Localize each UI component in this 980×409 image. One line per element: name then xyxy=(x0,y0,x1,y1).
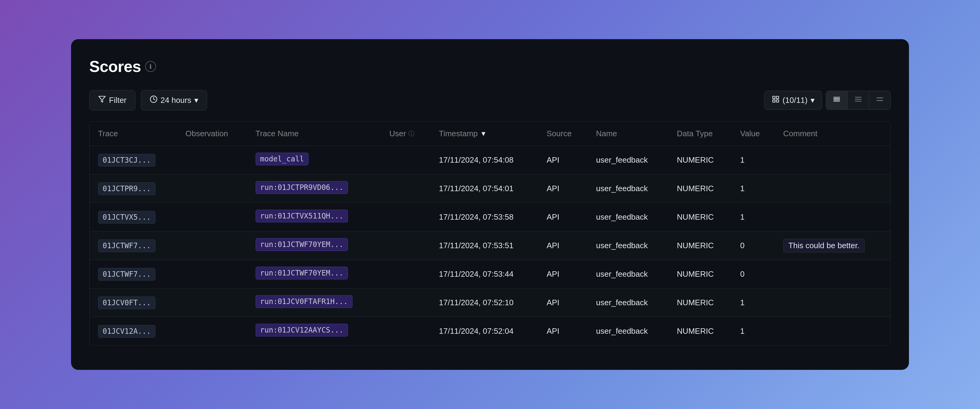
table-row[interactable]: 01JCV12A... run:01JCV12AAYCS... 17/11/20… xyxy=(89,317,891,346)
cell-data-type: NUMERIC xyxy=(668,203,732,231)
table-row[interactable]: 01JCTWF7... run:01JCTWF70YEM... 17/11/20… xyxy=(89,231,891,260)
cell-comment xyxy=(775,203,891,231)
cell-source: API xyxy=(538,231,588,260)
trace-name-badge[interactable]: model_call xyxy=(256,153,309,165)
view-compact-button[interactable] xyxy=(848,91,869,109)
table-header-row: Trace Observation Trace Name xyxy=(89,122,891,146)
cell-trace: 01JCTVX5... xyxy=(89,203,177,231)
cell-data-type: NUMERIC xyxy=(668,146,732,174)
cell-value: 1 xyxy=(732,146,775,174)
cell-source: API xyxy=(538,146,588,174)
col-name: Name xyxy=(587,122,668,146)
columns-chevron-icon: ▾ xyxy=(811,95,815,105)
cell-data-type: NUMERIC xyxy=(668,289,732,317)
cell-comment xyxy=(775,289,891,317)
cell-user xyxy=(381,146,430,174)
cell-value: 0 xyxy=(732,231,775,260)
cell-comment xyxy=(775,146,891,174)
trace-name-badge[interactable]: run:01JCTVX511QH... xyxy=(256,210,348,222)
cell-observation xyxy=(177,260,247,289)
cell-trace: 01JCV12A... xyxy=(89,317,177,346)
table-row[interactable]: 01JCV0FT... run:01JCV0FTAFR1H... 17/11/2… xyxy=(89,289,891,317)
trace-name-badge[interactable]: run:01JCTPR9VD06... xyxy=(256,181,348,194)
cell-timestamp: 17/11/2024, 07:52:04 xyxy=(431,317,538,346)
trace-id-badge[interactable]: 01JCV12A... xyxy=(98,325,156,338)
cell-observation xyxy=(177,203,247,231)
filter-button[interactable]: Filter xyxy=(89,90,135,111)
scores-table: Trace Observation Trace Name xyxy=(89,122,891,345)
cell-trace-name: run:01JCTPR9VD06... xyxy=(247,174,381,203)
title-row: Scores ℹ xyxy=(89,57,891,76)
cell-name: user_feedback xyxy=(587,203,668,231)
cell-name: user_feedback xyxy=(587,260,668,289)
view-minimal-button[interactable] xyxy=(869,91,891,109)
cell-user xyxy=(381,231,430,260)
trace-id-badge[interactable]: 01JCTPR9... xyxy=(98,182,156,195)
info-icon[interactable]: ℹ xyxy=(145,61,156,72)
cell-name: user_feedback xyxy=(587,317,668,346)
cell-user xyxy=(381,260,430,289)
trace-name-badge[interactable]: run:01JCTWF70YEM... xyxy=(256,267,348,279)
cell-trace-name: run:01JCTWF70YEM... xyxy=(247,260,381,289)
trace-name-badge[interactable]: run:01JCV0FTAFR1H... xyxy=(256,295,352,308)
cell-trace-name: run:01JCV12AAYCS... xyxy=(247,317,381,346)
cell-name: user_feedback xyxy=(587,289,668,317)
cell-value: 1 xyxy=(732,174,775,203)
chevron-down-icon: ▾ xyxy=(194,95,198,105)
trace-name-badge[interactable]: run:01JCV12AAYCS... xyxy=(256,324,348,336)
col-trace-name: Trace Name xyxy=(247,122,381,146)
sort-icon: ▼ xyxy=(480,130,487,138)
svg-rect-2 xyxy=(773,96,775,98)
cell-trace: 01JCTWF7... xyxy=(89,231,177,260)
cell-trace: 01JCV0FT... xyxy=(89,289,177,317)
cell-name: user_feedback xyxy=(587,231,668,260)
col-observation: Observation xyxy=(177,122,247,146)
trace-id-badge[interactable]: 01JCV0FT... xyxy=(98,296,156,309)
cell-comment: This could be better. xyxy=(775,231,891,260)
table-row[interactable]: 01JCTVX5... run:01JCTVX511QH... 17/11/20… xyxy=(89,203,891,231)
col-trace: Trace xyxy=(89,122,177,146)
view-dense-button[interactable] xyxy=(826,91,848,109)
cell-observation xyxy=(177,146,247,174)
main-card: Scores ℹ Filter xyxy=(71,39,909,370)
cell-timestamp: 17/11/2024, 07:53:51 xyxy=(431,231,538,260)
trace-id-badge[interactable]: 01JCTVX5... xyxy=(98,211,156,224)
cell-source: API xyxy=(538,317,588,346)
time-label: 24 hours xyxy=(161,95,191,105)
toolbar: Filter 24 hours ▾ xyxy=(89,90,891,111)
clock-icon xyxy=(150,95,158,105)
cell-trace: 01JCT3CJ... xyxy=(89,146,177,174)
cell-timestamp: 17/11/2024, 07:52:10 xyxy=(431,289,538,317)
page-title: Scores xyxy=(89,57,141,76)
time-filter-button[interactable]: 24 hours ▾ xyxy=(141,90,207,111)
svg-marker-0 xyxy=(99,96,105,102)
trace-name-badge[interactable]: run:01JCTWF70YEM... xyxy=(256,238,348,251)
cell-data-type: NUMERIC xyxy=(668,174,732,203)
cell-source: API xyxy=(538,260,588,289)
cell-trace: 01JCTPR9... xyxy=(89,174,177,203)
columns-button[interactable]: (10/11) ▾ xyxy=(764,91,822,110)
cell-source: API xyxy=(538,203,588,231)
table-row[interactable]: 01JCTWF7... run:01JCTWF70YEM... 17/11/20… xyxy=(89,260,891,289)
cell-trace-name: run:01JCTVX511QH... xyxy=(247,203,381,231)
table-row[interactable]: 01JCT3CJ... model_call 17/11/2024, 07:54… xyxy=(89,146,891,174)
cell-trace-name: run:01JCV0FTAFR1H... xyxy=(247,289,381,317)
toolbar-right: (10/11) ▾ xyxy=(764,91,891,110)
trace-id-badge[interactable]: 01JCT3CJ... xyxy=(98,154,156,166)
cell-user xyxy=(381,317,430,346)
table-row[interactable]: 01JCTPR9... run:01JCTPR9VD06... 17/11/20… xyxy=(89,174,891,203)
col-comment: Comment xyxy=(775,122,891,146)
svg-rect-3 xyxy=(776,96,779,98)
cell-data-type: NUMERIC xyxy=(668,317,732,346)
cell-observation xyxy=(177,317,247,346)
col-timestamp[interactable]: Timestamp ▼ xyxy=(431,122,538,146)
cell-timestamp: 17/11/2024, 07:54:01 xyxy=(431,174,538,203)
trace-id-badge[interactable]: 01JCTWF7... xyxy=(98,268,156,281)
cell-observation xyxy=(177,174,247,203)
cell-comment xyxy=(775,317,891,346)
filter-icon xyxy=(98,95,106,105)
cell-user xyxy=(381,174,430,203)
trace-id-badge[interactable]: 01JCTWF7... xyxy=(98,239,156,252)
cell-trace-name: model_call xyxy=(247,146,381,174)
cell-data-type: NUMERIC xyxy=(668,260,732,289)
